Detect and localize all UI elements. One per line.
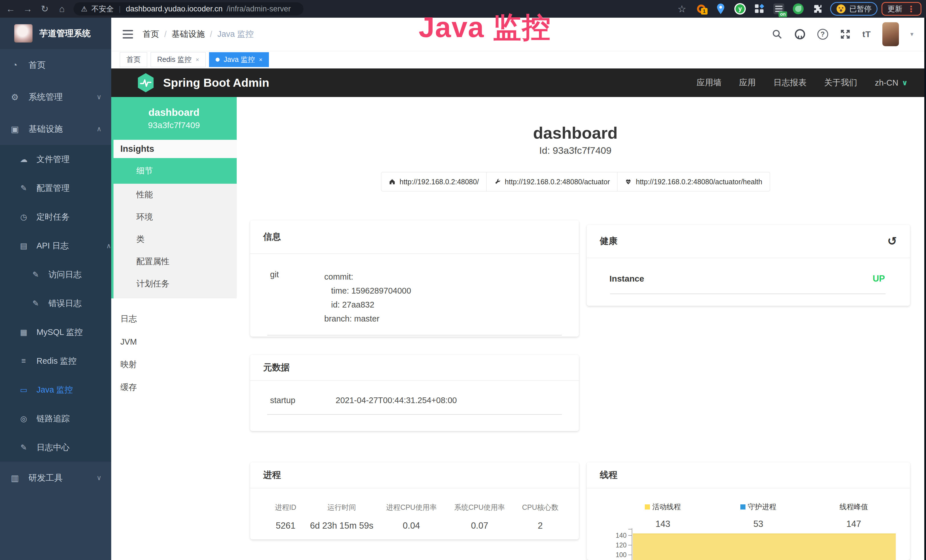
insights-section-label: Insights bbox=[113, 140, 237, 158]
text-size-icon[interactable]: tT bbox=[862, 29, 871, 39]
sidebar-item-error-log[interactable]: ✎ 错误日志 bbox=[0, 289, 111, 318]
url-host: dashboard.yudao.iocoder.cn bbox=[126, 5, 222, 14]
on-badge: on bbox=[779, 11, 787, 17]
browser-forward-icon[interactable]: → bbox=[21, 4, 34, 14]
endpoint-health-button[interactable]: http://192.168.0.2:48080/actuator/health bbox=[617, 172, 770, 191]
app-logo-row: 芋道管理系统 bbox=[0, 18, 111, 49]
user-avatar[interactable] bbox=[882, 22, 899, 46]
spring-boot-admin-logo-icon bbox=[136, 73, 155, 93]
chevron-up-icon: ∧ bbox=[96, 125, 101, 133]
sidebar-item-label: MySQL 监控 bbox=[36, 327, 83, 338]
breadcrumb-infra[interactable]: 基础设施 bbox=[172, 29, 205, 40]
sidebar-item-log-center[interactable]: ✎ 日志中心 bbox=[0, 433, 111, 462]
profile-paused-pill[interactable]: 已暂停 bbox=[830, 2, 878, 16]
y-axis-line bbox=[632, 528, 632, 560]
extensions-puzzle-icon[interactable] bbox=[808, 4, 827, 14]
sba-nav-applications[interactable]: 应用 bbox=[739, 77, 756, 88]
metadata-value: 2021-04-27T00:44:31.254+08:00 bbox=[336, 396, 457, 405]
sidebar-item-label: 配置管理 bbox=[36, 183, 70, 194]
sidebar-item-label: Java 监控 bbox=[36, 384, 73, 396]
sidebar-item-api-log[interactable]: ▤ API 日志 ∧ bbox=[0, 232, 111, 260]
update-button[interactable]: 更新 ⋮ bbox=[882, 2, 921, 16]
sidebar-item-dev-tools[interactable]: ▥ 研发工具 ∨ bbox=[0, 462, 111, 494]
sidebar-item-config[interactable]: ✎ 配置管理 bbox=[0, 174, 111, 203]
dashboard-icon: ◔ bbox=[10, 60, 20, 70]
sba-item-mappings[interactable]: 映射 bbox=[111, 353, 237, 376]
search-icon[interactable] bbox=[772, 29, 782, 40]
sba-nav-wallboard[interactable]: 应用墙 bbox=[697, 77, 722, 88]
sidebar-item-java-monitor[interactable]: ▭ Java 监控 bbox=[0, 375, 111, 404]
y-axis-tick: 120 bbox=[607, 542, 626, 549]
close-icon[interactable]: × bbox=[259, 56, 262, 63]
tab-java-monitor[interactable]: Java 监控 × bbox=[209, 52, 269, 67]
threads-chart: 140 120 100 bbox=[587, 528, 910, 560]
endpoint-home-button[interactable]: http://192.168.0.2:48080/ bbox=[381, 172, 487, 191]
row-divider bbox=[267, 335, 562, 336]
legend-swatch-live bbox=[645, 504, 650, 510]
row-divider bbox=[610, 294, 885, 294]
extension-colab-icon[interactable]: 1 bbox=[691, 5, 711, 13]
sba-nav-journal[interactable]: 日志报表 bbox=[773, 77, 806, 88]
sba-item-logs[interactable]: 日志 bbox=[111, 307, 237, 330]
sba-item-classes[interactable]: 类 bbox=[113, 228, 237, 250]
avatar-caret-icon[interactable]: ▾ bbox=[910, 30, 914, 38]
health-instance-label: Instance bbox=[610, 274, 644, 283]
extension-leaf-search-icon[interactable] bbox=[788, 3, 808, 14]
stat-header: 系统CPU使用率 bbox=[446, 502, 513, 512]
sba-item-environment[interactable]: 环境 bbox=[113, 206, 237, 228]
home-icon bbox=[389, 178, 396, 185]
sba-item-caches[interactable]: 缓存 bbox=[111, 376, 237, 399]
extension-y-icon[interactable]: y bbox=[730, 3, 750, 15]
threads-card: 线程 活动线程 143 守护进程 53 线程峰值 147 140 120 100 bbox=[587, 462, 910, 560]
sba-item-config-props[interactable]: 配置属性 bbox=[113, 250, 237, 273]
info-card: 信息 git commit: time: 1596289704000 id: 2… bbox=[250, 220, 579, 337]
endpoint-actuator-button[interactable]: http://192.168.0.2:48080/actuator bbox=[487, 172, 617, 191]
address-bar[interactable]: ⚠ 不安全 | dashboard.yudao.iocoder.cn/infra… bbox=[74, 2, 303, 15]
history-icon[interactable]: ↺ bbox=[887, 235, 897, 248]
sidebar-item-tracing[interactable]: ◎ 链路追踪 bbox=[0, 404, 111, 433]
extension-pin-icon[interactable] bbox=[711, 3, 730, 15]
sba-locale-select[interactable]: zh-CN ∨ bbox=[875, 78, 908, 88]
address-divider: | bbox=[118, 5, 122, 14]
breadcrumb-current: Java 监控 bbox=[217, 29, 254, 40]
bookmark-star-icon[interactable]: ☆ bbox=[678, 3, 686, 15]
fullscreen-icon[interactable] bbox=[840, 29, 851, 40]
browser-reload-icon[interactable]: ↻ bbox=[38, 3, 51, 14]
sidebar-item-system[interactable]: ⚙ 系统管理 ∨ bbox=[0, 81, 111, 113]
extension-grid-icon[interactable] bbox=[750, 3, 769, 14]
sba-item-metrics[interactable]: 性能 bbox=[113, 184, 237, 206]
breadcrumb-separator: / bbox=[210, 30, 212, 39]
sba-nav-about[interactable]: 关于我们 bbox=[824, 77, 857, 88]
sba-item-details[interactable]: 细节 bbox=[113, 158, 237, 184]
sidebar-item-access-log[interactable]: ✎ 访问日志 bbox=[0, 260, 111, 289]
sidebar-item-scheduled-jobs[interactable]: ◷ 定时任务 bbox=[0, 203, 111, 232]
endpoint-buttons: http://192.168.0.2:48080/ http://192.168… bbox=[381, 172, 770, 191]
sidebar-item-home[interactable]: ◔ 首页 bbox=[0, 49, 111, 81]
legend-label: 活动线程 bbox=[652, 502, 681, 512]
locale-label: zh-CN bbox=[875, 78, 898, 88]
card-title: 元数据 bbox=[263, 362, 290, 374]
github-icon[interactable] bbox=[794, 28, 806, 40]
instance-header[interactable]: dashboard 93a3fc7f7409 bbox=[111, 97, 237, 140]
tab-redis-monitor[interactable]: Redis 监控 × bbox=[151, 52, 206, 67]
breadcrumb-home[interactable]: 首页 bbox=[142, 29, 159, 40]
browser-menu-dots-icon[interactable]: ⋮ bbox=[907, 4, 915, 14]
sidebar-item-infra[interactable]: ▣ 基础设施 ∧ bbox=[0, 113, 111, 145]
app-title: 芋道管理系统 bbox=[39, 28, 91, 39]
sidebar-item-files[interactable]: ☁ 文件管理 bbox=[0, 145, 111, 174]
log-icon: ▤ bbox=[19, 241, 29, 250]
git-branch: branch: master bbox=[324, 312, 411, 326]
close-icon[interactable]: × bbox=[196, 56, 199, 63]
sba-item-scheduled-tasks[interactable]: 计划任务 bbox=[113, 273, 237, 295]
help-icon[interactable]: ? bbox=[817, 29, 828, 40]
hamburger-icon[interactable] bbox=[123, 29, 134, 39]
endpoint-url: http://192.168.0.2:48080/actuator bbox=[505, 178, 610, 186]
sidebar-item-redis-monitor[interactable]: ≡ Redis 监控 bbox=[0, 347, 111, 375]
browser-back-icon[interactable]: ← bbox=[4, 4, 17, 14]
sba-header: Spring Boot Admin 应用墙 应用 日志报表 关于我们 zh-CN… bbox=[111, 68, 926, 97]
extension-on-switch-icon[interactable]: on bbox=[769, 3, 788, 14]
sba-item-jvm[interactable]: JVM bbox=[111, 330, 237, 353]
sidebar-item-mysql-monitor[interactable]: ▦ MySQL 监控 bbox=[0, 318, 111, 347]
tab-home[interactable]: 首页 bbox=[120, 52, 147, 67]
browser-home-icon[interactable]: ⌂ bbox=[55, 4, 68, 14]
